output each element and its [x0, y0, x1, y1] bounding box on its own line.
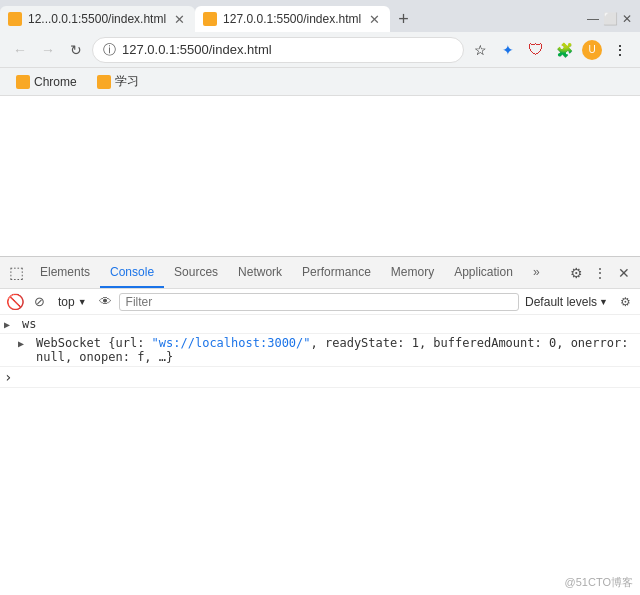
tab-2-title: 127.0.0.1:5500/index.html	[223, 12, 361, 26]
console-line-ws: ▶ ws	[0, 315, 640, 334]
ws-arrow-icon[interactable]: ▶	[4, 317, 18, 330]
ws-label: ws	[22, 317, 636, 331]
bookmark-chrome-icon	[16, 75, 30, 89]
tab-1-favicon	[8, 12, 22, 26]
tab-2-favicon	[203, 12, 217, 26]
bookmark-study-label: 学习	[115, 73, 139, 90]
context-label: top	[58, 295, 75, 309]
reload-button[interactable]: ↻	[64, 38, 88, 62]
devtools-settings-button[interactable]: ⚙	[564, 261, 588, 285]
console-line-websocket: ▶ WebSocket {url: "ws://localhost:3000/"…	[0, 334, 640, 367]
nav-icon-1[interactable]: ✦	[496, 38, 520, 62]
devtools-tab-bar: ⬚ Elements Console Sources Network Perfo…	[0, 257, 640, 289]
title-bar: 12...0.0.1:5500/index.html ✕ 127.0.0.1:5…	[0, 0, 640, 32]
tab-2[interactable]: 127.0.0.1:5500/index.html ✕	[195, 6, 390, 32]
console-toolbar: 🚫 ⊘ top ▼ 👁 Default levels ▼ ⚙	[0, 289, 640, 315]
console-output: ▶ ws ▶ WebSocket {url: "ws://localhost:3…	[0, 315, 640, 595]
websocket-url: "ws://localhost:3000/"	[152, 336, 311, 350]
console-context-select[interactable]: top ▼	[52, 293, 93, 311]
devtools-tab-toggle[interactable]: ⬚	[4, 261, 28, 285]
bookmarks-bar: Chrome 学习	[0, 68, 640, 96]
menu-button[interactable]: ⋮	[608, 38, 632, 62]
console-eye-button[interactable]: 👁	[95, 291, 117, 313]
nav-icon-extensions[interactable]: 🧩	[552, 38, 576, 62]
console-levels-select[interactable]: Default levels ▼	[521, 293, 612, 311]
devtools-tab-network[interactable]: Network	[228, 257, 292, 288]
console-prompt-icon: ›	[4, 369, 12, 385]
nav-icon-avatar[interactable]: U	[580, 38, 604, 62]
levels-arrow-icon: ▼	[599, 297, 608, 307]
nav-icon-shield[interactable]: 🛡	[524, 38, 548, 62]
new-tab-button[interactable]: +	[390, 6, 417, 32]
bookmark-study[interactable]: 学习	[89, 70, 147, 93]
address-text: 127.0.0.1:5500/index.html	[122, 42, 453, 57]
console-sidebar-gear[interactable]: ⚙	[614, 291, 636, 313]
page-content	[0, 96, 640, 256]
console-filter-input[interactable]	[119, 293, 519, 311]
bookmark-chrome[interactable]: Chrome	[8, 72, 85, 92]
console-clear-button[interactable]: 🚫	[4, 291, 26, 313]
devtools-tab-sources[interactable]: Sources	[164, 257, 228, 288]
websocket-prefix: WebSocket {url:	[36, 336, 152, 350]
bookmark-study-icon	[97, 75, 111, 89]
websocket-object-text: WebSocket {url: "ws://localhost:3000/", …	[36, 336, 636, 364]
devtools-close-button[interactable]: ✕	[612, 261, 636, 285]
devtools-panel: ⬚ Elements Console Sources Network Perfo…	[0, 256, 640, 595]
browser-window: 12...0.0.1:5500/index.html ✕ 127.0.0.1:5…	[0, 0, 640, 595]
websocket-expand-icon[interactable]: ▶	[18, 336, 32, 349]
context-arrow-icon: ▼	[78, 297, 87, 307]
devtools-tab-elements[interactable]: Elements	[30, 257, 100, 288]
devtools-tab-console[interactable]: Console	[100, 257, 164, 288]
devtools-tab-more[interactable]: »	[523, 257, 550, 288]
tab-1[interactable]: 12...0.0.1:5500/index.html ✕	[0, 6, 195, 32]
console-input-line: ›	[0, 367, 640, 388]
tab-1-close[interactable]: ✕	[172, 10, 187, 29]
lock-icon: ⓘ	[103, 41, 116, 59]
tab-1-title: 12...0.0.1:5500/index.html	[28, 12, 166, 26]
tab-2-close[interactable]: ✕	[367, 10, 382, 29]
devtools-tab-performance[interactable]: Performance	[292, 257, 381, 288]
address-bar[interactable]: ⓘ 127.0.0.1:5500/index.html	[92, 37, 464, 63]
devtools-tab-memory[interactable]: Memory	[381, 257, 444, 288]
levels-label: Default levels	[525, 295, 597, 309]
devtools-more-button[interactable]: ⋮	[588, 261, 612, 285]
devtools-tab-application[interactable]: Application	[444, 257, 523, 288]
forward-button[interactable]: →	[36, 38, 60, 62]
console-filter-button[interactable]: ⊘	[28, 291, 50, 313]
nav-bar: ← → ↻ ⓘ 127.0.0.1:5500/index.html ☆ ✦ 🛡 …	[0, 32, 640, 68]
back-button[interactable]: ←	[8, 38, 32, 62]
star-button[interactable]: ☆	[468, 38, 492, 62]
bookmark-chrome-label: Chrome	[34, 75, 77, 89]
watermark: @51CTO博客	[562, 574, 636, 591]
